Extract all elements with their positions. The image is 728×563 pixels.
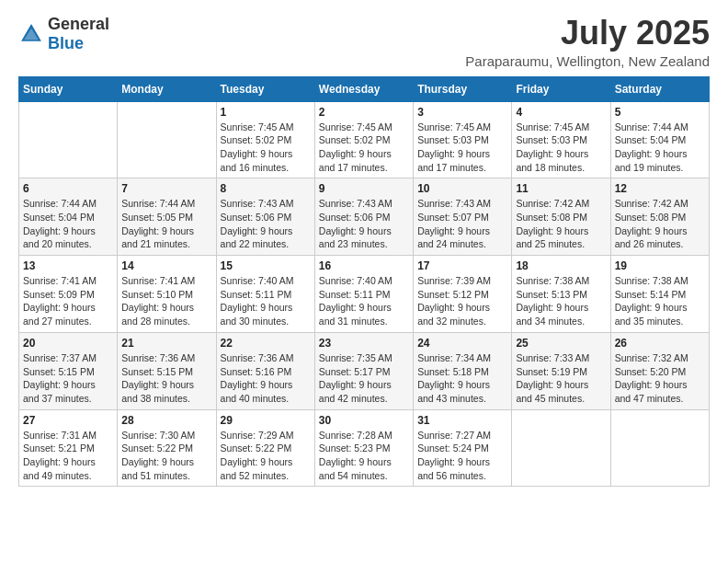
day-detail: Sunrise: 7:41 AM Sunset: 5:10 PM Dayligh… <box>121 274 211 328</box>
day-detail: Sunrise: 7:32 AM Sunset: 5:20 PM Dayligh… <box>615 351 705 406</box>
day-detail: Sunrise: 7:30 AM Sunset: 5:22 PM Dayligh… <box>121 429 211 483</box>
day-number: 1 <box>221 106 311 119</box>
calendar-cell: 23Sunrise: 7:35 AM Sunset: 5:17 PM Dayli… <box>314 332 413 409</box>
calendar-cell: 10Sunrise: 7:43 AM Sunset: 5:07 PM Dayli… <box>414 178 512 256</box>
calendar-header-friday: Friday <box>512 76 610 101</box>
calendar-week-4: 20Sunrise: 7:37 AM Sunset: 5:15 PM Dayli… <box>19 332 710 409</box>
day-detail: Sunrise: 7:29 AM Sunset: 5:22 PM Dayligh… <box>221 429 311 483</box>
calendar-cell: 5Sunrise: 7:44 AM Sunset: 5:04 PM Daylig… <box>610 101 709 178</box>
calendar-cell: 11Sunrise: 7:42 AM Sunset: 5:08 PM Dayli… <box>512 178 610 256</box>
calendar-cell: 27Sunrise: 7:31 AM Sunset: 5:21 PM Dayli… <box>19 409 118 487</box>
day-number: 17 <box>417 259 507 272</box>
day-detail: Sunrise: 7:45 AM Sunset: 5:02 PM Dayligh… <box>319 121 409 175</box>
day-detail: Sunrise: 7:43 AM Sunset: 5:07 PM Dayligh… <box>417 197 507 251</box>
day-number: 29 <box>221 414 311 427</box>
day-detail: Sunrise: 7:44 AM Sunset: 5:04 PM Dayligh… <box>23 197 113 251</box>
day-detail: Sunrise: 7:36 AM Sunset: 5:16 PM Dayligh… <box>221 351 311 406</box>
logo: General Blue <box>18 15 109 53</box>
day-number: 2 <box>319 106 409 119</box>
day-number: 22 <box>221 337 311 350</box>
calendar-cell: 30Sunrise: 7:28 AM Sunset: 5:23 PM Dayli… <box>314 409 413 487</box>
day-number: 18 <box>516 259 606 272</box>
calendar-cell <box>512 409 610 487</box>
day-number: 14 <box>121 259 211 272</box>
calendar-week-1: 1Sunrise: 7:45 AM Sunset: 5:02 PM Daylig… <box>19 101 710 178</box>
calendar-cell: 9Sunrise: 7:43 AM Sunset: 5:06 PM Daylig… <box>314 178 413 256</box>
calendar-cell: 21Sunrise: 7:36 AM Sunset: 5:15 PM Dayli… <box>118 332 216 409</box>
day-detail: Sunrise: 7:31 AM Sunset: 5:21 PM Dayligh… <box>23 429 113 483</box>
calendar-header-sunday: Sunday <box>19 76 118 101</box>
day-detail: Sunrise: 7:45 AM Sunset: 5:02 PM Dayligh… <box>221 121 311 175</box>
day-detail: Sunrise: 7:27 AM Sunset: 5:24 PM Dayligh… <box>417 429 507 483</box>
day-detail: Sunrise: 7:38 AM Sunset: 5:13 PM Dayligh… <box>516 274 606 328</box>
calendar-cell: 12Sunrise: 7:42 AM Sunset: 5:08 PM Dayli… <box>610 178 709 256</box>
calendar-cell: 4Sunrise: 7:45 AM Sunset: 5:03 PM Daylig… <box>512 101 610 178</box>
calendar-cell: 1Sunrise: 7:45 AM Sunset: 5:02 PM Daylig… <box>216 101 314 178</box>
day-detail: Sunrise: 7:33 AM Sunset: 5:19 PM Dayligh… <box>516 351 606 406</box>
calendar-cell: 17Sunrise: 7:39 AM Sunset: 5:12 PM Dayli… <box>414 256 512 333</box>
calendar-cell: 8Sunrise: 7:43 AM Sunset: 5:06 PM Daylig… <box>216 178 314 256</box>
day-detail: Sunrise: 7:40 AM Sunset: 5:11 PM Dayligh… <box>319 274 409 328</box>
logo-blue: Blue <box>48 34 84 52</box>
day-number: 25 <box>516 337 606 350</box>
day-number: 23 <box>319 337 409 350</box>
day-number: 15 <box>221 259 311 272</box>
calendar-cell: 14Sunrise: 7:41 AM Sunset: 5:10 PM Dayli… <box>118 256 216 333</box>
calendar-week-2: 6Sunrise: 7:44 AM Sunset: 5:04 PM Daylig… <box>19 178 710 256</box>
calendar-header-tuesday: Tuesday <box>216 76 314 101</box>
day-number: 11 <box>516 182 606 195</box>
calendar-header-wednesday: Wednesday <box>314 76 413 101</box>
day-number: 8 <box>221 182 311 195</box>
day-detail: Sunrise: 7:44 AM Sunset: 5:05 PM Dayligh… <box>121 197 211 251</box>
day-detail: Sunrise: 7:38 AM Sunset: 5:14 PM Dayligh… <box>615 274 705 328</box>
calendar-cell <box>118 101 216 178</box>
calendar-header-monday: Monday <box>118 76 216 101</box>
calendar-cell: 3Sunrise: 7:45 AM Sunset: 5:03 PM Daylig… <box>414 101 512 178</box>
day-detail: Sunrise: 7:42 AM Sunset: 5:08 PM Dayligh… <box>516 197 606 251</box>
calendar-body: 1Sunrise: 7:45 AM Sunset: 5:02 PM Daylig… <box>19 101 710 487</box>
calendar-cell: 7Sunrise: 7:44 AM Sunset: 5:05 PM Daylig… <box>118 178 216 256</box>
calendar-cell: 26Sunrise: 7:32 AM Sunset: 5:20 PM Dayli… <box>610 332 709 409</box>
day-number: 31 <box>417 414 507 427</box>
logo-icon <box>18 21 44 47</box>
day-detail: Sunrise: 7:39 AM Sunset: 5:12 PM Dayligh… <box>417 274 507 328</box>
calendar-header-thursday: Thursday <box>414 76 512 101</box>
calendar-cell: 28Sunrise: 7:30 AM Sunset: 5:22 PM Dayli… <box>118 409 216 487</box>
day-number: 10 <box>417 182 507 195</box>
calendar-week-3: 13Sunrise: 7:41 AM Sunset: 5:09 PM Dayli… <box>19 256 710 333</box>
calendar-header-saturday: Saturday <box>610 76 709 101</box>
day-detail: Sunrise: 7:43 AM Sunset: 5:06 PM Dayligh… <box>221 197 311 251</box>
calendar-cell: 22Sunrise: 7:36 AM Sunset: 5:16 PM Dayli… <box>216 332 314 409</box>
calendar-cell: 31Sunrise: 7:27 AM Sunset: 5:24 PM Dayli… <box>414 409 512 487</box>
day-detail: Sunrise: 7:44 AM Sunset: 5:04 PM Dayligh… <box>615 121 705 175</box>
day-detail: Sunrise: 7:37 AM Sunset: 5:15 PM Dayligh… <box>23 351 113 406</box>
day-number: 7 <box>121 182 211 195</box>
calendar-cell: 20Sunrise: 7:37 AM Sunset: 5:15 PM Dayli… <box>19 332 118 409</box>
page-header: General Blue July 2025 Paraparaumu, Well… <box>18 15 710 69</box>
subtitle: Paraparaumu, Wellington, New Zealand <box>465 53 710 69</box>
day-number: 13 <box>23 259 113 272</box>
day-detail: Sunrise: 7:34 AM Sunset: 5:18 PM Dayligh… <box>417 351 507 406</box>
day-detail: Sunrise: 7:28 AM Sunset: 5:23 PM Dayligh… <box>319 429 409 483</box>
day-number: 16 <box>319 259 409 272</box>
calendar-cell: 15Sunrise: 7:40 AM Sunset: 5:11 PM Dayli… <box>216 256 314 333</box>
day-number: 9 <box>319 182 409 195</box>
calendar-cell <box>19 101 118 178</box>
day-number: 19 <box>615 259 705 272</box>
day-number: 12 <box>615 182 705 195</box>
main-title: July 2025 <box>465 15 710 52</box>
day-detail: Sunrise: 7:43 AM Sunset: 5:06 PM Dayligh… <box>319 197 409 251</box>
day-detail: Sunrise: 7:41 AM Sunset: 5:09 PM Dayligh… <box>23 274 113 328</box>
day-detail: Sunrise: 7:36 AM Sunset: 5:15 PM Dayligh… <box>121 351 211 406</box>
day-number: 21 <box>121 337 211 350</box>
calendar-table: SundayMondayTuesdayWednesdayThursdayFrid… <box>18 76 710 488</box>
calendar-cell: 25Sunrise: 7:33 AM Sunset: 5:19 PM Dayli… <box>512 332 610 409</box>
logo-general: General <box>48 15 109 33</box>
day-number: 20 <box>23 337 113 350</box>
calendar-cell: 2Sunrise: 7:45 AM Sunset: 5:02 PM Daylig… <box>314 101 413 178</box>
day-number: 4 <box>516 106 606 119</box>
day-detail: Sunrise: 7:45 AM Sunset: 5:03 PM Dayligh… <box>516 121 606 175</box>
calendar-cell: 16Sunrise: 7:40 AM Sunset: 5:11 PM Dayli… <box>314 256 413 333</box>
calendar-cell <box>610 409 709 487</box>
day-number: 28 <box>121 414 211 427</box>
